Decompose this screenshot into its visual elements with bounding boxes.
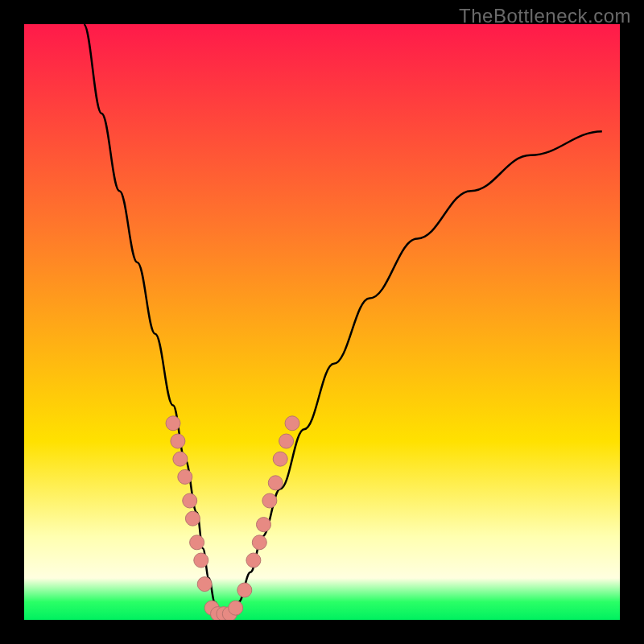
data-marker: [166, 416, 180, 431]
data-marker: [273, 452, 287, 466]
bottleneck-curve: [24, 24, 620, 620]
data-marker: [252, 535, 266, 550]
data-marker: [256, 518, 270, 532]
data-marker: [194, 553, 208, 568]
data-marker: [178, 469, 192, 484]
data-marker: [268, 476, 283, 490]
data-marker: [197, 577, 212, 592]
data-marker: [285, 416, 299, 431]
data-marker: [190, 535, 204, 550]
plot-area: [24, 24, 620, 620]
chart-frame: TheBottleneck.com: [0, 0, 644, 644]
data-marker: [171, 434, 185, 448]
data-marker: [279, 434, 294, 448]
data-marker: [185, 511, 200, 526]
data-marker: [262, 493, 277, 508]
data-marker: [183, 493, 197, 508]
data-marker: [237, 583, 252, 597]
data-marker: [173, 452, 188, 466]
data-marker: [246, 553, 261, 568]
data-marker: [229, 601, 243, 615]
